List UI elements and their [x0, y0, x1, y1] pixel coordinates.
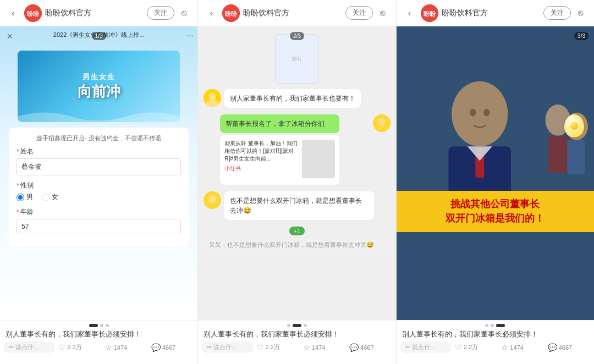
comment-action-3[interactable]: 💬 4667	[546, 342, 591, 353]
egg-decoration-1	[564, 114, 584, 137]
comment-placeholder-1: ✏ 说点什...	[9, 343, 38, 351]
overlay-text-line2: 双开门冰箱是我们的！	[405, 212, 585, 225]
comment-icon-1: 💬	[151, 343, 161, 352]
star-icon-2: ☆	[303, 343, 310, 352]
chat-area: 2/3 图片 别人家董事长有的，我们家董事长也要有！	[198, 26, 395, 320]
chat-card-image-2	[302, 140, 335, 178]
post-actions-3: ✏ 说点什... ♡ 2.2万 ☆ 1474 💬 4667	[397, 341, 594, 353]
chat-avatar-2	[373, 114, 391, 132]
star-icon-3: ☆	[501, 343, 508, 352]
age-input[interactable]: 57	[16, 219, 181, 234]
age-label: * 年龄	[16, 207, 181, 217]
comment-count-3: 4667	[559, 344, 572, 351]
required-mark-gender: *	[16, 182, 19, 190]
like-action-1[interactable]: ♡ 2.2万	[56, 342, 101, 353]
slide-indicator-2: 2/3	[290, 32, 304, 40]
comment-input-3[interactable]: ✏ 说点什...	[400, 341, 452, 353]
chat-bubble-2-main: 帮董事长报名了，拿了冰箱分你们	[220, 114, 339, 133]
radio-female[interactable]: 女	[42, 192, 58, 202]
back-button-3[interactable]: ‹	[402, 5, 417, 21]
panel-2-header: ‹ 盼盼 盼盼饮料官方 关注 ⎋	[198, 0, 395, 26]
gender-radio-group: 男 女	[16, 192, 181, 202]
name-field: * 姓名 蔡金坡	[16, 147, 181, 175]
chat-card-text-2: @束从轩 董事长，加油！我们相信你可以的！[派对R][派对R]#男生女生向前..…	[224, 140, 298, 163]
radio-male-label: 男	[26, 192, 33, 202]
plus-badge: +1	[289, 227, 305, 235]
name-label: * 姓名	[16, 147, 181, 156]
comment-count-2: 4667	[360, 344, 373, 351]
follow-button-3[interactable]: 关注	[543, 6, 571, 20]
dot-1-1	[89, 324, 98, 327]
share-button-1[interactable]: ⎋	[177, 5, 192, 21]
avatar-2: 盼盼	[222, 4, 240, 22]
svg-point-10	[208, 195, 216, 203]
registration-form: 选手招募现已开启- 没有违约金，不信谣不传谣 * 姓名 蔡金坡 * 性别	[9, 128, 189, 246]
gender-label: * 性别	[16, 181, 181, 190]
star-action-3[interactable]: ☆ 1474	[499, 342, 544, 353]
comment-action-2[interactable]: 💬 4667	[347, 342, 392, 353]
more-button-1[interactable]: ···	[187, 31, 194, 40]
tv-show-banner: 男生女生 向前冲	[18, 51, 180, 122]
gender-field: * 性别 男 女	[16, 181, 181, 202]
chat-msg-1: 别人家董事长有的，我们家董事长也要有！	[204, 89, 390, 108]
radio-male[interactable]: 男	[16, 192, 33, 202]
follow-button-2[interactable]: 关注	[345, 6, 373, 20]
like-action-3[interactable]: ♡ 2.2万	[453, 342, 498, 353]
comment-input-1[interactable]: ✏ 说点什...	[3, 341, 55, 353]
back-button-1[interactable]: ‹	[6, 5, 21, 21]
back-button-2[interactable]: ‹	[204, 5, 219, 21]
share-button-2[interactable]: ⎋	[375, 5, 391, 21]
avatar-3: 盼盼	[421, 4, 438, 22]
form-subtitle: 选手招募现已开启- 没有违约金，不信谣不传谣	[16, 134, 181, 142]
dot-2-3	[304, 324, 307, 327]
dot-2-2	[293, 324, 301, 327]
like-count-3: 2.2万	[464, 343, 478, 351]
comment-icon-2: 💬	[349, 343, 359, 352]
panel-2: ‹ 盼盼 盼盼饮料官方 关注 ⎋ 2/3 图片	[198, 0, 396, 364]
dots-row-3	[397, 321, 594, 329]
post-title-3: 别人董事长有的，我们家董事长必须安排！	[397, 329, 594, 341]
star-action-1[interactable]: ☆ 1474	[103, 342, 148, 353]
close-button-1[interactable]: ✕	[4, 31, 15, 42]
dot-3-1	[485, 324, 488, 327]
comment-icon-3: 💬	[548, 343, 557, 352]
dot-1-3	[106, 324, 109, 327]
account-name-2: 盼盼饮料官方	[243, 8, 345, 18]
dot-3-2	[491, 324, 494, 327]
star-count-1: 1474	[114, 344, 127, 351]
star-action-2[interactable]: ☆ 1474	[301, 342, 346, 353]
dot-2-1	[287, 324, 290, 327]
account-name-3: 盼盼饮料官方	[442, 8, 543, 18]
panel-2-footer: 别人董事长有的，我们家董事长必须安排！ ✏ 说点什... ♡ 2.2万 ☆ 14…	[198, 320, 395, 364]
panel-3-content: 挑战其他公司董事长 双开门冰箱是我们的！ 3/3	[397, 26, 594, 320]
dots-row-1	[0, 321, 197, 329]
person-background	[397, 26, 594, 320]
radio-female-label: 女	[52, 192, 58, 202]
panel-3-header: ‹ 盼盼 盼盼饮料官方 关注 ⎋	[397, 0, 594, 26]
required-mark-age: *	[16, 208, 19, 216]
account-name-1: 盼盼饮料官方	[45, 8, 147, 18]
share-button-3[interactable]: ⎋	[573, 5, 588, 21]
app-container: ‹ 盼盼 盼盼饮料官方 关注 ⎋ ✕ 2022《男生女生向前冲》线上排... ·…	[0, 0, 594, 364]
dot-1-2	[100, 324, 103, 327]
comment-count-1: 4667	[162, 344, 175, 351]
panel-1-header: ‹ 盼盼 盼盼饮料官方 关注 ⎋	[0, 0, 197, 26]
avatar-1: 盼盼	[24, 4, 42, 22]
panel-3-footer: 别人董事长有的，我们家董事长必须安排！ ✏ 说点什... ♡ 2.2万 ☆ 14…	[397, 320, 594, 364]
post-title-2: 别人董事长有的，我们家董事长必须安排！	[198, 329, 395, 341]
post-actions-1: ✏ 说点什... ♡ 2.2万 ☆ 1474 💬 4667	[0, 341, 197, 353]
comment-action-1[interactable]: 💬 4667	[149, 342, 194, 353]
svg-rect-23	[397, 26, 594, 320]
chat-avatar-3	[204, 191, 221, 209]
required-mark-name: *	[16, 148, 19, 156]
like-action-2[interactable]: ♡ 2.2万	[255, 342, 300, 353]
chat-card-source-2: 小红书	[224, 165, 298, 173]
chat-msg-3: 也不是想要什么双开门冰箱，就是想看董事长去冲😅	[204, 191, 390, 220]
slide-indicator-1: 1/3	[92, 32, 106, 40]
follow-button-1[interactable]: 关注	[147, 6, 174, 20]
radio-male-circle	[16, 194, 24, 201]
name-input[interactable]: 蔡金坡	[16, 158, 181, 175]
panel-3-image-area: 挑战其他公司董事长 双开门冰箱是我们的！ 3/3	[397, 26, 594, 320]
comment-input-2[interactable]: ✏ 说点什...	[201, 341, 253, 353]
radio-female-circle	[42, 194, 50, 201]
